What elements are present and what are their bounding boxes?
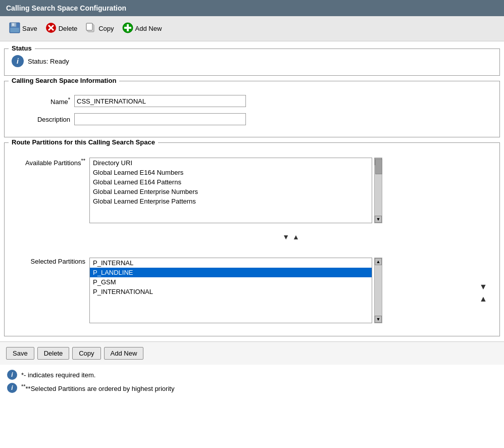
save-label: Save: [22, 25, 37, 32]
list-item[interactable]: Global Learned Enterprise Numbers: [90, 187, 372, 196]
selected-label: Selected Partitions: [12, 256, 87, 325]
available-partitions-listbox[interactable]: Directory URI Global Learned E164 Number…: [89, 158, 372, 223]
status-label: Status: Ready: [28, 58, 69, 65]
bottom-save-button[interactable]: Save: [6, 347, 34, 360]
available-scrollbar[interactable]: ▲ ▼: [374, 158, 382, 223]
svg-rect-13: [124, 27, 131, 29]
scroll-down-icon[interactable]: ▼: [375, 316, 382, 323]
move-down-button[interactable]: ▼: [282, 233, 289, 241]
selected-listbox-container: P_INTERNAL P_LANDLINE P_GSM P_INTERNATIO…: [89, 258, 472, 323]
list-item[interactable]: Global Learned Enterprise Patterns: [90, 196, 372, 206]
move-item-down-button[interactable]: ▼: [476, 281, 490, 292]
copy-button[interactable]: Copy: [82, 20, 117, 37]
scroll-down-icon[interactable]: ▼: [375, 216, 382, 223]
copy-label: Copy: [98, 25, 114, 32]
name-cell: [72, 93, 492, 109]
list-item[interactable]: P_INTERNAL: [90, 258, 372, 268]
available-label: Available Partitions**: [12, 156, 87, 225]
status-value: Ready: [50, 58, 69, 65]
add-new-icon: [122, 22, 133, 35]
main-content: Status i Status: Ready Calling Search Sp…: [0, 48, 504, 336]
selected-move-buttons: ▼ ▲: [476, 276, 490, 305]
scrollbar-thumb[interactable]: [375, 159, 382, 174]
name-required: *: [68, 96, 70, 103]
delete-icon: [45, 22, 57, 35]
bottom-toolbar: Save Delete Copy Add New: [0, 341, 504, 365]
save-icon: [9, 22, 20, 35]
info-section: Calling Search Space Information Name* D…: [4, 81, 500, 137]
scroll-up-icon[interactable]: ▲: [375, 258, 382, 265]
status-section: Status i Status: Ready: [4, 48, 500, 76]
svg-rect-2: [12, 23, 14, 26]
status-legend: Status: [9, 44, 35, 52]
save-button[interactable]: Save: [6, 20, 40, 37]
description-label: Description: [12, 112, 72, 127]
footer-notes: i *- indicates required item. i ****Sele…: [0, 365, 504, 401]
list-item[interactable]: P_GSM: [90, 277, 372, 287]
list-item[interactable]: P_INTERNATIONAL: [90, 287, 372, 296]
top-toolbar: Save Delete Copy: [0, 16, 504, 41]
route-section: Route Partitions for this Calling Search…: [4, 142, 500, 336]
page-title: Calling Search Space Configuration: [0, 0, 504, 16]
selected-partitions-table: Selected Partitions P_INTERNAL P_LANDLIN…: [5, 243, 499, 331]
status-content: i Status: Ready: [5, 49, 499, 70]
title-text: Calling Search Space Configuration: [6, 4, 126, 12]
side-controls-cell: [487, 156, 492, 225]
add-new-label: Add New: [135, 25, 162, 32]
bottom-add-new-button[interactable]: Add New: [104, 347, 144, 360]
double-star-note: **: [21, 383, 26, 389]
copy-icon: [85, 22, 96, 35]
info-legend: Calling Search Space Information: [9, 77, 119, 84]
bottom-delete-button[interactable]: Delete: [37, 347, 70, 360]
route-legend: Route Partitions for this Calling Search…: [9, 138, 158, 146]
partitions-table: Available Partitions** Directory URI Glo…: [5, 143, 499, 231]
required-note: *- indicates required item.: [21, 371, 95, 379]
available-required: **: [81, 158, 85, 164]
name-row: Name*: [12, 93, 492, 109]
svg-rect-10: [86, 23, 92, 30]
add-new-button[interactable]: Add New: [119, 20, 165, 37]
selected-partitions-cell: P_INTERNAL P_LANDLINE P_GSM P_INTERNATIO…: [87, 256, 474, 325]
footer-note-1: i *- indicates required item.: [7, 370, 497, 380]
move-item-up-button[interactable]: ▲: [476, 293, 490, 305]
selected-scrollbar[interactable]: ▲ ▼: [374, 258, 382, 323]
description-input[interactable]: [74, 113, 246, 125]
list-item[interactable]: Global Learned E164 Numbers: [90, 168, 372, 177]
list-item[interactable]: P_LANDLINE: [90, 268, 372, 277]
selected-partitions-row: Selected Partitions P_INTERNAL P_LANDLIN…: [12, 256, 492, 325]
priority-note: ****Selected Partitions are ordered by h…: [21, 383, 174, 392]
list-item[interactable]: Global Learned E164 Patterns: [90, 177, 372, 187]
info-icon: i: [7, 370, 17, 380]
available-partitions-row: Available Partitions** Directory URI Glo…: [12, 156, 492, 225]
name-label: Name*: [12, 93, 72, 109]
svg-rect-3: [10, 28, 19, 32]
delete-label: Delete: [59, 25, 78, 32]
footer-note-2: i ****Selected Partitions are ordered by…: [7, 383, 497, 393]
selected-partitions-listbox[interactable]: P_INTERNAL P_LANDLINE P_GSM P_INTERNATIO…: [89, 258, 372, 323]
description-cell: [72, 112, 492, 127]
available-listbox-container: Directory URI Global Learned E164 Number…: [89, 158, 485, 223]
name-input[interactable]: [74, 95, 246, 107]
move-up-button[interactable]: ▲: [292, 233, 299, 241]
list-item[interactable]: Directory URI: [90, 158, 372, 168]
transfer-arrows: ▼ ▲: [5, 231, 499, 243]
info-form: Name* Description: [5, 81, 499, 132]
selected-move-cell: ▼ ▲: [474, 256, 492, 325]
bottom-copy-button[interactable]: Copy: [72, 347, 100, 360]
available-partitions-cell: Directory URI Global Learned E164 Number…: [87, 156, 487, 225]
delete-button[interactable]: Delete: [42, 20, 81, 37]
info-icon: i: [7, 383, 17, 393]
description-row: Description: [12, 112, 492, 127]
info-icon: i: [12, 55, 24, 67]
